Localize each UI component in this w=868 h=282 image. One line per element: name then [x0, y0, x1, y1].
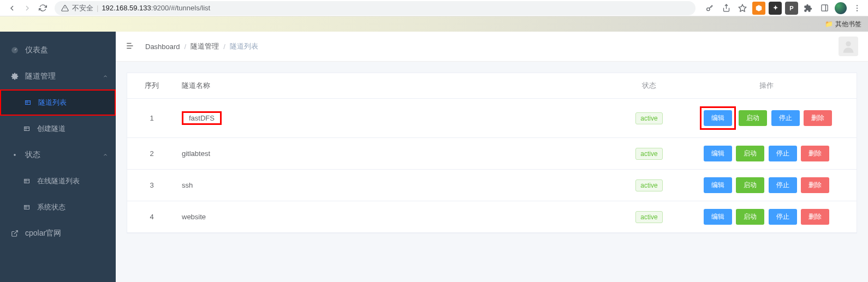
sidebar-item-tunnel-mgmt[interactable]: 隧道管理: [0, 63, 116, 89]
edit-button[interactable]: 编辑: [704, 209, 732, 225]
stop-button[interactable]: 停止: [771, 110, 800, 126]
sidebar-label: 系统状态: [37, 202, 66, 212]
address-bar[interactable]: 不安全 | 192.168.59.133 :9200/#/tunnels/lis…: [55, 1, 695, 15]
cell-name: gitlabtest: [176, 138, 622, 170]
svg-line-28: [14, 231, 17, 234]
svg-rect-8: [821, 5, 827, 11]
edit-button[interactable]: 编辑: [704, 146, 732, 161]
sidebar-label: 在线隧道列表: [37, 176, 80, 186]
cell-name: website: [176, 201, 622, 233]
cell-seq: 3: [127, 170, 176, 201]
header-seq: 序列: [127, 73, 176, 99]
header-status: 状态: [622, 73, 676, 99]
table-header-row: 序列 隧道名称 状态 操作: [127, 73, 857, 99]
sidebar-item-tunnel-list[interactable]: 隧道列表: [0, 89, 116, 116]
app-root: 仪表盘 隧道管理 隧道列表 创建隧道 状态 在线隧道列表 系统状态: [0, 32, 868, 282]
bookmark-other-label: 其他书签: [835, 20, 861, 28]
menu-toggle-icon[interactable]: [126, 41, 135, 52]
breadcrumb-tunnel-mgmt[interactable]: 隧道管理: [191, 41, 219, 51]
svg-line-5: [711, 7, 711, 7]
svg-point-2: [707, 8, 710, 10]
svg-point-12: [857, 10, 858, 11]
delete-button[interactable]: 删除: [801, 209, 829, 225]
svg-point-10: [857, 5, 858, 6]
sidebar-item-cpolar[interactable]: cpolar官网: [0, 220, 116, 247]
sidebar-item-sys-status[interactable]: 系统状态: [0, 194, 116, 220]
user-avatar[interactable]: [839, 37, 858, 56]
status-badge: active: [635, 112, 662, 124]
delete-button[interactable]: 删除: [804, 110, 832, 126]
share-icon[interactable]: [720, 2, 733, 15]
chevron-up-icon: [103, 151, 108, 159]
start-button[interactable]: 启动: [736, 209, 764, 225]
insecure-icon: [61, 4, 69, 12]
cell-actions: 编辑 启动 停止 删除: [676, 170, 857, 201]
forward-button[interactable]: [20, 1, 35, 16]
insecure-label: 不安全: [72, 3, 93, 13]
cell-actions: 编辑 启动 停止 删除: [676, 201, 857, 233]
folder-icon: 📁: [825, 20, 833, 28]
sidebar-item-online-list[interactable]: 在线隧道列表: [0, 168, 116, 194]
content: 序列 隧道名称 状态 操作 1 fastDFS active 编辑: [116, 62, 868, 244]
star-icon[interactable]: [736, 2, 749, 15]
table-row: 3 ssh active 编辑 启动 停止 删除: [127, 170, 857, 201]
url-host: 192.168.59.133: [102, 4, 151, 12]
key-icon[interactable]: [703, 2, 716, 15]
dashboard-icon: [10, 46, 20, 54]
stop-button[interactable]: 停止: [769, 177, 797, 193]
extensions-icon[interactable]: [801, 2, 815, 15]
edit-highlight: 编辑: [700, 106, 736, 130]
panel-icon[interactable]: [818, 2, 831, 15]
cell-seq: 2: [127, 138, 176, 170]
stop-button[interactable]: 停止: [769, 146, 797, 161]
delete-button[interactable]: 删除: [801, 177, 829, 193]
status-badge: active: [635, 179, 662, 191]
cell-seq: 1: [127, 99, 176, 138]
url-path: :9200/#/tunnels/list: [151, 4, 210, 12]
svg-rect-22: [25, 179, 29, 183]
table-row: 4 website active 编辑 启动 停止 删除: [127, 201, 857, 233]
extension-metamask-icon[interactable]: [752, 2, 765, 15]
tunnel-name-highlight: fastDFS: [182, 111, 222, 125]
svg-rect-25: [25, 206, 29, 209]
svg-point-32: [846, 41, 851, 46]
extension-icon-p[interactable]: P: [785, 2, 798, 15]
svg-marker-7: [739, 4, 746, 11]
cell-name: ssh: [176, 170, 622, 201]
cell-name: fastDFS: [176, 99, 622, 138]
breadcrumb-dashboard[interactable]: Dashboard: [145, 43, 180, 51]
breadcrumb-sep: /: [223, 43, 225, 51]
bookmark-folder[interactable]: 📁其他书签: [825, 20, 861, 29]
svg-point-11: [857, 7, 858, 8]
edit-button[interactable]: 编辑: [704, 177, 732, 193]
breadcrumb-sep: /: [185, 43, 187, 51]
reload-button[interactable]: [35, 1, 50, 16]
table-icon: [22, 125, 32, 132]
edit-button[interactable]: 编辑: [704, 110, 732, 126]
start-button[interactable]: 启动: [736, 177, 764, 193]
sidebar-item-status[interactable]: 状态: [0, 142, 116, 168]
delete-button[interactable]: 删除: [801, 146, 829, 161]
kebab-menu-icon[interactable]: [851, 2, 864, 15]
header-action: 操作: [676, 73, 857, 99]
profile-avatar[interactable]: [834, 2, 847, 15]
browser-toolbar: 不安全 | 192.168.59.133 :9200/#/tunnels/lis…: [0, 0, 868, 16]
tunnel-table: 序列 隧道名称 状态 操作 1 fastDFS active 编辑: [127, 73, 857, 233]
sidebar-label: 仪表盘: [25, 45, 48, 55]
extension-icon-2[interactable]: ✦: [769, 2, 782, 15]
sidebar-item-dashboard[interactable]: 仪表盘: [0, 37, 116, 63]
stop-button[interactable]: 停止: [769, 209, 797, 225]
sidebar-label: 隧道列表: [38, 98, 67, 107]
table-row: 2 gitlabtest active 编辑 启动 停止 删除: [127, 138, 857, 170]
svg-point-21: [14, 154, 16, 156]
header-name: 隧道名称: [176, 73, 622, 99]
back-button[interactable]: [4, 1, 20, 16]
main-area: Dashboard / 隧道管理 / 隧道列表 序列 隧道名称 状态: [116, 32, 868, 282]
sidebar-label: 状态: [25, 150, 40, 160]
gear-icon: [10, 73, 20, 80]
sidebar-item-tunnel-create[interactable]: 创建隧道: [0, 116, 116, 142]
start-button[interactable]: 启动: [736, 146, 764, 161]
start-button[interactable]: 启动: [739, 110, 767, 126]
table-icon: [22, 204, 32, 211]
table-icon: [23, 99, 33, 106]
